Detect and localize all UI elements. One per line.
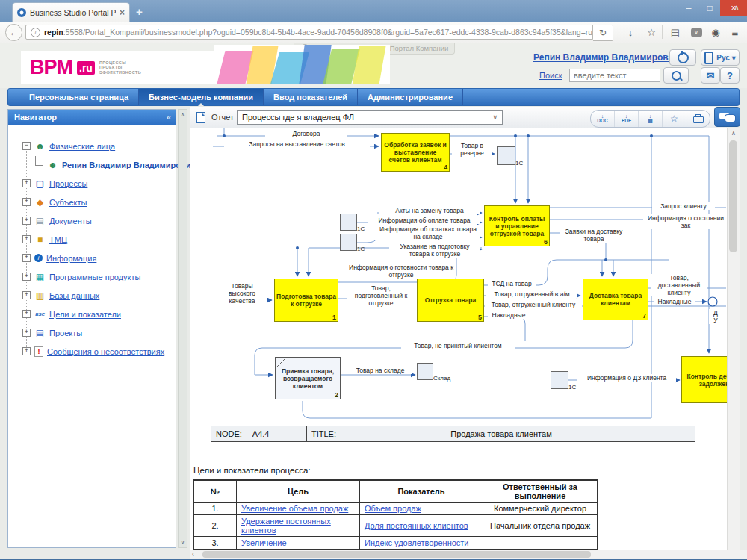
bpm-logo: BPM .ru ПРОЦЕССЫ ПРОЕКТЫ ЭФФЕКТИВНОСТЬ bbox=[21, 51, 214, 84]
nav-tab[interactable]: Ввод показателей bbox=[264, 89, 358, 105]
print-button[interactable] bbox=[686, 111, 710, 127]
goal-link[interactable]: Удержание постоянных клиентов bbox=[241, 517, 331, 535]
sidebar-item-link[interactable]: Информация bbox=[46, 254, 96, 263]
logout-button[interactable] bbox=[669, 49, 696, 66]
comments-button[interactable] bbox=[714, 107, 740, 127]
process-box[interactable]: Отгрузка товара5 bbox=[417, 279, 484, 322]
process-box[interactable]: Контроль оплаты и управление отгрузкой т… bbox=[484, 205, 550, 246]
expand-node-icon[interactable]: + bbox=[22, 217, 31, 225]
indicator-link[interactable]: Доля постоянных клиентов bbox=[365, 521, 468, 530]
language-selector[interactable]: Рус ▾ bbox=[701, 49, 740, 66]
navbar-collapse-icon[interactable]: ∧ bbox=[734, 3, 740, 13]
nav-tab[interactable]: Администрирование bbox=[358, 89, 463, 105]
save-image-button[interactable]: ↓ ▤ bbox=[639, 111, 663, 127]
flow-label: Д bbox=[709, 309, 722, 317]
url-field[interactable]: i repin:5558/Portal_Kompanii/businessmod… bbox=[25, 25, 593, 40]
menu-icon[interactable]: ≡ bbox=[726, 24, 744, 40]
expand-node-icon[interactable]: + bbox=[22, 329, 31, 337]
sidebar-item-link[interactable]: Процессы bbox=[49, 179, 87, 188]
content-vertical-scrollbar[interactable]: ∧ bbox=[727, 128, 740, 550]
expand-node-icon[interactable]: + bbox=[22, 198, 31, 206]
bookmark-star-icon[interactable]: ☆ bbox=[642, 24, 660, 40]
flow-label: Накладные bbox=[654, 298, 695, 305]
bookmarks-menu-icon[interactable]: ▤ bbox=[666, 24, 684, 40]
subjects-icon: ◆ bbox=[34, 197, 46, 208]
help-button[interactable]: ? bbox=[720, 67, 740, 84]
report-select[interactable]: Процессы где я владелец ФЛ ∨ bbox=[237, 110, 503, 125]
export-pdf-button[interactable]: ↓ PDF bbox=[615, 111, 639, 127]
downloads-icon[interactable]: ↓ bbox=[622, 24, 639, 40]
browser-titlebar: Business Studio Portal Pen... × + – □ × bbox=[0, 0, 747, 22]
sidebar-item-link[interactable]: Документы bbox=[49, 217, 92, 225]
expand-node-icon[interactable]: + bbox=[22, 310, 31, 318]
minimize-button[interactable]: – bbox=[678, 0, 699, 16]
user-profile-link[interactable]: Репин Владимир Владимирович bbox=[533, 52, 679, 63]
process-box[interactable]: Контроль дебиторской задолженности bbox=[681, 356, 727, 403]
browser-tab[interactable]: Business Studio Portal Pen... × bbox=[12, 2, 130, 22]
sidebar-item-link[interactable]: Физические лица bbox=[49, 142, 115, 151]
scrollbar-thumb[interactable] bbox=[202, 551, 591, 558]
reload-button[interactable]: ↻ bbox=[593, 25, 613, 41]
process-box[interactable]: Доставка товара клиентам7 bbox=[583, 279, 648, 320]
main-navigation: Персональная страницаБизнес-модель компа… bbox=[7, 88, 740, 106]
report-select-value: Процессы где я владелец ФЛ bbox=[242, 113, 354, 122]
sidebar-item-link[interactable]: Программные продукты bbox=[49, 273, 140, 281]
flow-label: У bbox=[709, 317, 722, 324]
expand-node-icon[interactable]: + bbox=[22, 179, 31, 187]
indicator-link[interactable]: Индекс удовлетворенности bbox=[365, 538, 469, 547]
scroll-left-icon[interactable]: ‹ bbox=[192, 550, 194, 558]
goods-icon: ■ bbox=[34, 234, 46, 245]
process-box[interactable]: Обработка заявок и выставление счетов кл… bbox=[381, 133, 450, 172]
scroll-up-icon[interactable]: ∧ bbox=[728, 130, 740, 137]
sidebar-item-link[interactable]: Субъекты bbox=[49, 198, 87, 207]
mail-icon: ✉ bbox=[707, 70, 715, 81]
star-icon: ☆ bbox=[670, 115, 678, 123]
responsible-cell bbox=[483, 537, 598, 550]
expand-node-icon[interactable]: + bbox=[22, 347, 31, 355]
expand-node-icon[interactable]: + bbox=[22, 291, 31, 299]
nav-tab[interactable]: Бизнес-модель компании bbox=[139, 89, 264, 105]
process-icon: ▢ bbox=[34, 178, 46, 189]
scrollbar-thumb[interactable] bbox=[729, 140, 737, 252]
indicator-link[interactable]: Объем продаж bbox=[365, 504, 421, 513]
scroll-down-icon[interactable]: ∨ bbox=[179, 539, 187, 546]
maximize-button[interactable]: □ bbox=[699, 0, 720, 16]
sidebar-item-link[interactable]: ТМЦ bbox=[49, 235, 67, 244]
panel-collapse-icon[interactable]: « bbox=[167, 113, 170, 122]
pocket-icon[interactable]: ∨ bbox=[687, 24, 705, 40]
sidebar-item-link[interactable]: Сообщения о несоответствиях bbox=[47, 347, 164, 356]
title-label: TITLE: bbox=[307, 429, 336, 438]
goal-link[interactable]: Увеличение объема продаж bbox=[241, 504, 348, 513]
mail-button[interactable]: ✉ bbox=[701, 67, 720, 84]
search-link[interactable]: Поиск bbox=[539, 71, 562, 80]
sidebar-scrollbar[interactable]: ∧ ∨ bbox=[178, 109, 187, 548]
goal-link[interactable]: Увеличение bbox=[241, 538, 287, 547]
new-tab-button[interactable]: + bbox=[136, 5, 143, 18]
search-input[interactable] bbox=[569, 69, 660, 82]
flow-label: Заявки на доставку товара bbox=[560, 228, 628, 243]
collapse-node-icon[interactable]: − bbox=[22, 142, 31, 150]
sidebar-item: +▢Процессы bbox=[17, 174, 173, 193]
sidebar-item-link[interactable]: Базы данных bbox=[49, 291, 99, 300]
export-doc-button[interactable]: ↓ DOC bbox=[591, 111, 615, 127]
expand-node-icon[interactable]: + bbox=[22, 235, 31, 243]
search-button[interactable] bbox=[663, 67, 689, 84]
tab-close-icon[interactable]: × bbox=[120, 7, 125, 18]
favorite-button[interactable]: ☆ bbox=[663, 111, 686, 127]
nav-tab[interactable]: Персональная страница bbox=[19, 89, 139, 105]
flow-label: ТСД на товар bbox=[488, 280, 536, 287]
back-button[interactable]: ← bbox=[5, 24, 22, 41]
navigator-title: Навигатор bbox=[14, 113, 57, 122]
sidebar-item-link[interactable]: Цели и показатели bbox=[49, 310, 121, 319]
scroll-up-icon[interactable]: ∧ bbox=[179, 111, 187, 118]
goal-cell: Увеличение bbox=[237, 537, 360, 550]
chevron-down-icon: ∨ bbox=[492, 113, 498, 121]
sidebar-item-link[interactable]: Репин Владимир Владимирович bbox=[62, 161, 196, 169]
sidebar-item-link[interactable]: Проекты bbox=[49, 329, 82, 337]
page-info-icon[interactable]: i bbox=[31, 28, 40, 37]
content-horizontal-scrollbar[interactable]: ‹ bbox=[190, 550, 747, 559]
shield-icon[interactable]: ◉ bbox=[707, 24, 725, 40]
expand-node-icon[interactable]: + bbox=[22, 254, 31, 262]
process-box[interactable]: Подготовка товара к отгрузке1 bbox=[274, 279, 338, 322]
expand-node-icon[interactable]: + bbox=[22, 273, 31, 281]
